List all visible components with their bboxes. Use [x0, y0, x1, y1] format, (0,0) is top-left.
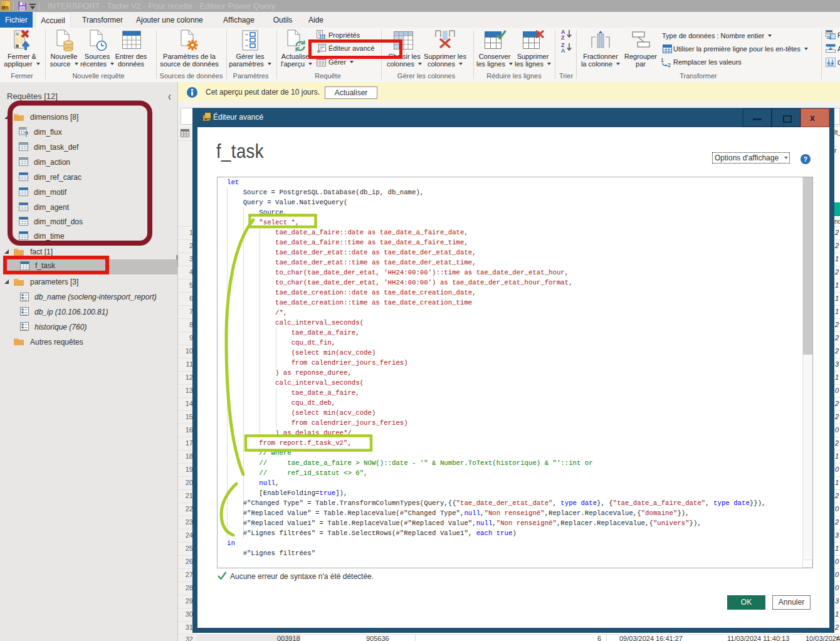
svg-text:1: 1	[661, 57, 664, 63]
svg-text:?: ?	[804, 155, 808, 163]
svg-text:2: 2	[668, 62, 671, 68]
svg-text:RS: RS	[205, 117, 211, 122]
svg-text:RS: RS	[2, 5, 9, 11]
svg-text:Z: Z	[561, 34, 565, 40]
svg-text:?: ?	[24, 130, 29, 137]
svg-text:A: A	[561, 48, 565, 53]
